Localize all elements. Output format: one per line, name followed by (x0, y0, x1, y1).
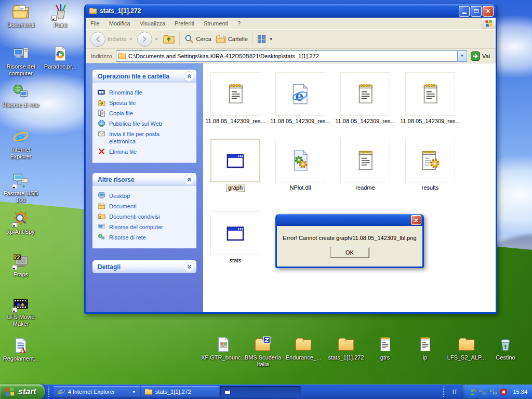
folders-button[interactable]: Cartelle (214, 34, 250, 44)
place-desktop[interactable]: Desktop (98, 191, 194, 201)
file-res-1[interactable]: 11.08.05_142309_res... (203, 72, 268, 125)
task-label: Sposta file (109, 99, 136, 107)
address-dropdown-button[interactable]: ▼ (457, 51, 467, 61)
documents-folder-icon (98, 202, 105, 210)
desktop-icon-risorse-di-rete[interactable]: Risorse di rete (0, 83, 42, 109)
menu-modifica[interactable]: Modifica (104, 18, 135, 29)
zip-folder-icon (254, 336, 272, 353)
title-bar[interactable]: stats_1[1].272 × (86, 4, 496, 18)
place-risorse-computer[interactable]: Risorse del computer (98, 222, 194, 232)
back-dropdown-icon[interactable]: ▼ (129, 37, 133, 42)
task-label: Invia il file per posta elettronica (109, 130, 187, 145)
taskbar-button-internet-explorer-group[interactable]: 4 Internet Explorer ▼ (54, 386, 140, 397)
desktop-icon-cestino[interactable]: Cestino (483, 336, 528, 361)
desktop-icon-documenti[interactable]: Documenti (0, 3, 42, 29)
task-copia-file[interactable]: Copia file (98, 108, 194, 118)
expand-button[interactable] (184, 262, 194, 272)
lan-connection-icon[interactable] (489, 388, 497, 396)
file-res-3[interactable]: 11.08.05_142309_res... (333, 72, 397, 125)
task-invia-email[interactable]: Invia il file per posta elettronica (98, 129, 194, 147)
views-button[interactable]: ▼ (255, 34, 275, 44)
desktop-icon-xf-gtr[interactable]: XF GTR_bounc... (201, 336, 246, 361)
up-button[interactable] (161, 33, 177, 45)
collapse-button[interactable] (184, 175, 194, 184)
task-pubblica-web[interactable]: Pubblica file sul Web (98, 118, 194, 129)
network-status-icon[interactable] (479, 388, 487, 396)
place-risorse-rete[interactable]: Risorse di rete (98, 232, 194, 243)
forward-button[interactable]: ▼ (135, 32, 161, 47)
forward-dropdown-icon[interactable]: ▼ (154, 37, 158, 42)
address-input[interactable]: C:\Documents and Settings\kira.KIRA-412D… (116, 50, 467, 62)
file-res-4[interactable]: 11.08.05_142309_res... (398, 72, 462, 125)
file-nplot-dll[interactable]: NPlot.dll (268, 139, 332, 191)
task-sposta-file[interactable]: Sposta file (98, 98, 194, 108)
ok-button[interactable]: OK (330, 247, 369, 258)
desktop-icon-lfs-movie-maker[interactable]: LFS Movie Maker (0, 295, 42, 327)
desktop-icon-internet-explorer[interactable]: Internet Explorer (0, 128, 42, 160)
setup-document-icon (215, 336, 232, 353)
taskbar-clock[interactable]: 15.34 (510, 389, 527, 395)
group-dropdown-icon[interactable]: ▼ (132, 390, 136, 394)
panel-other-places-header[interactable]: Altre risorse (92, 173, 196, 186)
file-results[interactable]: results (398, 139, 462, 191)
menu-strumenti[interactable]: Strumenti (199, 18, 233, 29)
panel-file-tasks-header[interactable]: Operazioni file e cartella (92, 70, 196, 83)
network-places-icon (98, 233, 105, 241)
panel-details: Dettagli (92, 260, 196, 273)
desktop-icon-paint[interactable]: Paint (39, 3, 81, 29)
place-documenti-condivisi[interactable]: Documenti condivisi (98, 211, 194, 222)
go-button[interactable]: Vai (467, 51, 494, 61)
search-label: Cerca (196, 36, 211, 42)
explorer-content: Operazioni file e cartella Rinomina file… (86, 63, 496, 312)
desktop-icon-risorse-del-computer[interactable]: Risorse del computer (0, 45, 42, 77)
panel-other-places-body: Desktop Documenti Documenti condivisi Ri… (92, 186, 196, 248)
messenger-icon[interactable] (469, 388, 476, 396)
file-graph[interactable]: graph (203, 139, 268, 191)
desktop-icon-bms-scuderia[interactable]: BMS Scuderia Italia (241, 336, 285, 368)
close-button[interactable]: × (483, 6, 494, 17)
desktop-icon-label: LFS_S2_ALP... (447, 354, 486, 361)
back-button[interactable]: Indietro ▼ (88, 32, 135, 47)
desktop-icon-paradoc[interactable]: Paradoc.pr... (39, 45, 81, 70)
language-indicator[interactable]: IT (448, 389, 462, 395)
menu-visualizza[interactable]: Visualizza (135, 18, 170, 29)
panel-file-tasks-body: Rinomina file Sposta file Copia file Pub… (92, 83, 196, 163)
task-elimina-file[interactable]: Elimina file (98, 147, 194, 157)
taskbar-button-stats-folder[interactable]: stats_1[1].272 (141, 386, 219, 397)
file-readme[interactable]: readme (333, 139, 397, 191)
desktop-icon-lfs-s2-alp[interactable]: LFS_S2_ALP... (444, 336, 489, 361)
file-stats[interactable]: stats (203, 211, 268, 264)
start-button[interactable]: start (0, 384, 45, 399)
delete-icon (98, 148, 105, 155)
desktop-icon-xp-antispy[interactable]: xp-AntiSpy (0, 210, 42, 235)
panel-title: Dettagli (98, 263, 121, 271)
taskbar-grip[interactable] (442, 387, 445, 397)
menu-help[interactable]: ? (233, 18, 245, 29)
desktop-icon-regolament[interactable]: Regolament... (0, 337, 42, 362)
desktop-icon-label: Fraps (14, 271, 28, 278)
desktop-icon-fraps[interactable]: Fraps (0, 252, 42, 278)
views-dropdown-icon[interactable]: ▼ (269, 37, 273, 42)
search-button[interactable]: Cerca (182, 34, 214, 44)
taskbar-grip[interactable] (47, 387, 50, 397)
desktop-icon-ip[interactable]: ip (403, 336, 447, 361)
security-alert-shield-icon[interactable] (500, 388, 508, 396)
desktop-icon-endurance[interactable]: Endurance_... (281, 336, 326, 361)
minimize-button[interactable] (459, 6, 470, 17)
dialog-title-bar[interactable]: × (277, 214, 422, 226)
panel-details-header[interactable]: Dettagli (92, 260, 196, 273)
task-rinomina-file[interactable]: Rinomina file (98, 87, 194, 98)
menu-preferiti[interactable]: Preferiti (170, 18, 199, 29)
desktop-icon-fastrate-usb[interactable]: Fastrate USB 100 (0, 171, 42, 204)
collapse-button[interactable] (184, 72, 194, 81)
file-res-2[interactable]: 11.08.05_142309_res... (268, 72, 332, 125)
folder-icon (458, 336, 475, 353)
desktop-icon-label: Endurance_... (286, 354, 322, 361)
desktop-icon-gtrs[interactable]: gtrs (363, 336, 407, 361)
maximize-button[interactable] (471, 6, 482, 17)
dialog-close-button[interactable]: × (411, 215, 421, 225)
menu-file[interactable]: File (86, 18, 104, 29)
desktop-icon-stats-folder[interactable]: stats_1[1].272 (324, 336, 368, 361)
taskbar-button-error-dialog[interactable] (220, 386, 301, 397)
place-documenti[interactable]: Documenti (98, 201, 194, 211)
